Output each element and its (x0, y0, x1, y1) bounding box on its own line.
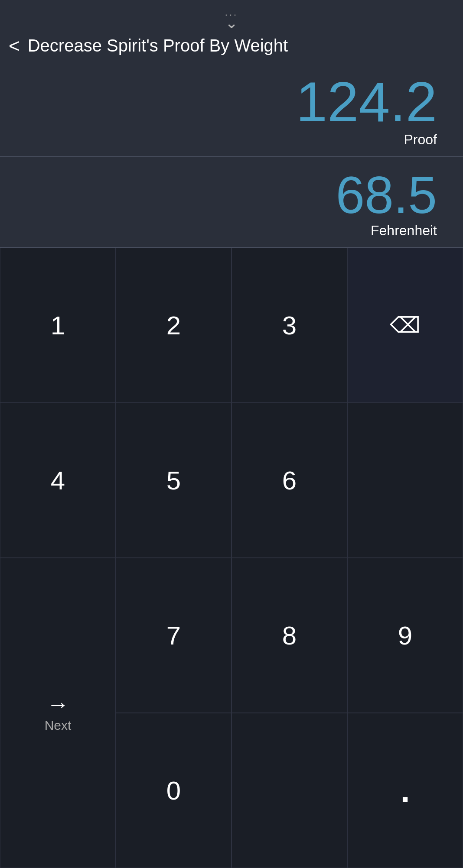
key-0[interactable]: 0 (116, 713, 232, 868)
proof-label: Proof (404, 132, 437, 148)
top-bar: ... ⌄ (0, 0, 463, 31)
key-1[interactable]: 1 (0, 248, 116, 403)
temperature-label: Fehrenheit (371, 223, 437, 239)
next-arrow-icon: → (47, 693, 69, 716)
keypad-grid: 1 2 3 ⌫ 4 5 6 7 8 9 → Next 0 . (0, 248, 463, 868)
header-row: < Decrease Spirit's Proof By Weight (0, 31, 463, 61)
backspace-icon: ⌫ (390, 313, 421, 338)
chevron-down-icon: ⌄ (225, 17, 238, 28)
key-5[interactable]: 5 (116, 403, 232, 558)
proof-section: 124.2 Proof (0, 61, 463, 156)
empty-cell-row2 (347, 403, 463, 558)
temperature-section: 68.5 Fehrenheit (0, 157, 463, 247)
key-2[interactable]: 2 (116, 248, 232, 403)
key-9[interactable]: 9 (347, 558, 463, 713)
dots-chevron: ... ⌄ (225, 8, 238, 28)
temperature-value: 68.5 (336, 169, 437, 221)
next-label: Next (45, 718, 72, 733)
empty-cell-row4 (232, 713, 347, 868)
back-button[interactable]: < (9, 36, 20, 55)
backspace-key[interactable]: ⌫ (347, 248, 463, 403)
key-3[interactable]: 3 (232, 248, 347, 403)
key-dot[interactable]: . (347, 713, 463, 868)
key-8[interactable]: 8 (232, 558, 347, 713)
next-button[interactable]: → Next (0, 558, 116, 868)
proof-value: 124.2 (296, 74, 437, 130)
key-4[interactable]: 4 (0, 403, 116, 558)
page-title: Decrease Spirit's Proof By Weight (28, 36, 288, 55)
key-7[interactable]: 7 (116, 558, 232, 713)
key-6[interactable]: 6 (232, 403, 347, 558)
keypad-container: 1 2 3 ⌫ 4 5 6 7 8 9 → Next 0 . (0, 248, 463, 868)
